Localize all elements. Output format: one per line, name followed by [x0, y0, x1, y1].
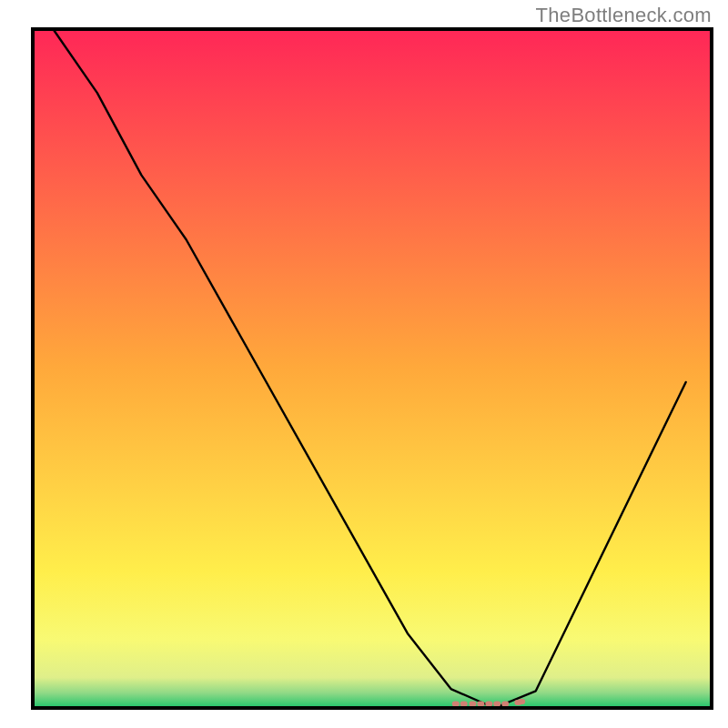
svg-rect-8	[518, 699, 525, 704]
watermark-text: TheBottleneck.com	[536, 4, 712, 27]
plot-background	[33, 29, 712, 708]
svg-rect-2	[469, 702, 476, 707]
svg-rect-5	[493, 702, 500, 707]
svg-rect-6	[501, 702, 509, 707]
chart-svg	[0, 0, 728, 728]
chart-container: TheBottleneck.com	[0, 0, 728, 728]
svg-rect-1	[460, 702, 468, 707]
svg-rect-0	[452, 702, 460, 707]
svg-rect-3	[477, 702, 484, 707]
svg-rect-4	[485, 702, 492, 707]
